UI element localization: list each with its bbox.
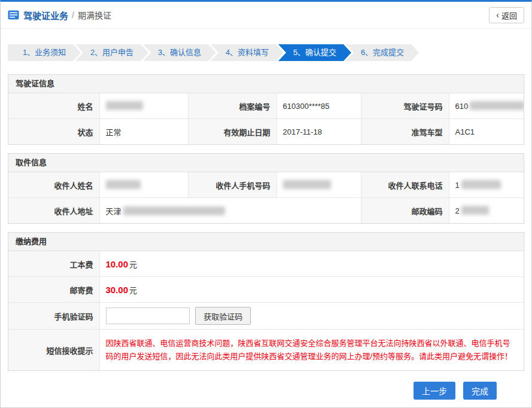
redacted-name bbox=[106, 101, 143, 110]
fees-title: 缴纳费用 bbox=[8, 233, 524, 251]
table-row: 姓名 档案编号 610300****85 驾驶证号码 610 bbox=[8, 93, 524, 119]
table-row: 邮寄费 30.00元 bbox=[8, 277, 524, 303]
postal-code-label: 邮政编码 bbox=[361, 198, 449, 224]
recipient-phone-prefix: 1 bbox=[455, 181, 460, 190]
redacted-recipient-mobile bbox=[283, 180, 331, 189]
status-value: 正常 bbox=[99, 119, 188, 145]
vehicle-class-value: A1C1 bbox=[449, 119, 524, 145]
redacted-license-number bbox=[470, 101, 524, 110]
table-row: 收件人地址 天津 邮政编码 2 bbox=[8, 198, 524, 224]
mailing-fee-value: 30.00元 bbox=[99, 277, 524, 303]
redacted-postal-code bbox=[461, 206, 489, 215]
recipient-phone-label: 收件人联系电话 bbox=[361, 172, 449, 198]
name-value bbox=[99, 93, 188, 119]
back-button[interactable]: ‹ 返回 bbox=[489, 7, 524, 23]
license-info-section: 驾驶证信息 姓名 档案编号 610300****85 驾驶证号码 610 状态 … bbox=[8, 74, 524, 145]
sms-notice-label: 短信接收提示 bbox=[8, 330, 99, 371]
recipient-mobile-label: 收件人手机号码 bbox=[188, 172, 276, 198]
recipient-name-value bbox=[99, 172, 188, 198]
breadcrumb-separator: / bbox=[72, 10, 74, 20]
step-1-business-notice[interactable]: 1、业务须知 bbox=[8, 44, 81, 61]
finish-button[interactable]: 完成 bbox=[463, 382, 497, 400]
pickup-info-table: 收件人姓名 收件人手机号码 收件人联系电话 1 收件人地址 天津 邮政编码 2 bbox=[8, 172, 524, 223]
recipient-mobile-value bbox=[276, 172, 361, 198]
postal-code-prefix: 2 bbox=[455, 206, 460, 215]
license-info-title: 驾驶证信息 bbox=[8, 75, 524, 93]
pickup-info-title: 取件信息 bbox=[8, 154, 524, 172]
step-4-fill-data[interactable]: 4、资料填写 bbox=[211, 44, 284, 61]
license-info-table: 姓名 档案编号 610300****85 驾驶证号码 610 状态 正常 有效期… bbox=[8, 93, 524, 144]
pickup-info-section: 取件信息 收件人姓名 收件人手机号码 收件人联系电话 1 收件人地址 天津 邮政… bbox=[8, 153, 524, 224]
table-row: 状态 正常 有效期止日期 2017-11-18 准驾车型 A1C1 bbox=[8, 119, 524, 145]
redacted-recipient-name bbox=[106, 180, 141, 189]
back-arrow-icon: ‹ bbox=[496, 11, 499, 19]
page-title: 驾驶证业务 bbox=[23, 9, 68, 22]
status-label: 状态 bbox=[8, 119, 99, 145]
table-row: 短信接收提示 因陕西省联通、电信运营商技术问题，陕西省互联网交通安全综合服务管理… bbox=[8, 330, 524, 371]
license-number-prefix: 610 bbox=[455, 102, 469, 111]
fees-section: 缴纳费用 工本费 10.00元 邮寄费 30.00元 手机验证码 获取验证码 短… bbox=[8, 232, 524, 371]
step-6-complete-submit[interactable]: 6、完成提交 bbox=[346, 44, 419, 61]
sms-code-label: 手机验证码 bbox=[8, 303, 99, 330]
redacted-recipient-address bbox=[123, 206, 225, 215]
prev-step-button[interactable]: 上一步 bbox=[414, 382, 455, 400]
production-fee-value: 10.00元 bbox=[99, 251, 524, 277]
step-nav: 1、业务须知 2、用户申告 3、确认信息 4、资料填写 5、确认提交 6、完成提… bbox=[8, 44, 531, 61]
production-fee-label: 工本费 bbox=[8, 251, 99, 277]
recipient-address-label: 收件人地址 bbox=[8, 198, 99, 224]
redacted-recipient-phone bbox=[461, 180, 501, 189]
recipient-phone-value: 1 bbox=[449, 172, 524, 198]
sms-code-cell: 获取验证码 bbox=[99, 303, 524, 330]
name-label: 姓名 bbox=[8, 93, 99, 119]
sms-code-input[interactable] bbox=[106, 307, 190, 324]
file-number-label: 档案编号 bbox=[188, 93, 276, 119]
vehicle-class-label: 准驾车型 bbox=[361, 119, 449, 145]
license-business-icon bbox=[8, 10, 19, 20]
mailing-fee-amount: 30.00 bbox=[106, 285, 129, 295]
breadcrumb-current: 期满换证 bbox=[78, 9, 111, 21]
license-number-label: 驾驶证号码 bbox=[361, 93, 449, 119]
recipient-name-label: 收件人姓名 bbox=[8, 172, 99, 198]
mailing-fee-unit: 元 bbox=[129, 286, 137, 295]
fees-table: 工本费 10.00元 邮寄费 30.00元 手机验证码 获取验证码 短信接收提示… bbox=[8, 251, 524, 370]
mailing-fee-label: 邮寄费 bbox=[8, 277, 99, 303]
production-fee-amount: 10.00 bbox=[106, 259, 129, 269]
recipient-address-prefix: 天津 bbox=[106, 207, 121, 216]
get-code-button[interactable]: 获取验证码 bbox=[195, 307, 251, 325]
step-2-user-declaration[interactable]: 2、用户申告 bbox=[75, 44, 148, 61]
sms-notice-text: 因陕西省联通、电信运营商技术问题，陕西省互联网交通安全综合服务管理平台无法向持陕… bbox=[106, 337, 518, 363]
expiry-label: 有效期止日期 bbox=[188, 119, 276, 145]
table-row: 工本费 10.00元 bbox=[8, 251, 524, 277]
postal-code-value: 2 bbox=[449, 198, 524, 224]
driver-license-renewal-page: 驾驶证业务 / 期满换证 ‹ 返回 1、业务须知 2、用户申告 3、确认信息 4… bbox=[0, 0, 532, 408]
table-row: 手机验证码 获取验证码 bbox=[8, 303, 524, 330]
bottom-actions: 上一步 完成 bbox=[1, 382, 497, 400]
recipient-address-value: 天津 bbox=[99, 198, 361, 224]
step-3-confirm-info[interactable]: 3、确认信息 bbox=[143, 44, 216, 61]
table-row: 收件人姓名 收件人手机号码 收件人联系电话 1 bbox=[8, 172, 524, 198]
sms-notice-cell: 因陕西省联通、电信运营商技术问题，陕西省互联网交通安全综合服务管理平台无法向持陕… bbox=[99, 330, 524, 371]
file-number-value: 610300****85 bbox=[276, 93, 361, 119]
production-fee-unit: 元 bbox=[129, 260, 137, 269]
step-5-confirm-submit[interactable]: 5、确认提交 bbox=[278, 44, 351, 61]
license-number-value: 610 bbox=[449, 93, 524, 119]
back-button-label: 返回 bbox=[501, 10, 517, 21]
expiry-value: 2017-11-18 bbox=[276, 119, 361, 145]
header-bar: 驾驶证业务 / 期满换证 ‹ 返回 bbox=[1, 2, 531, 29]
